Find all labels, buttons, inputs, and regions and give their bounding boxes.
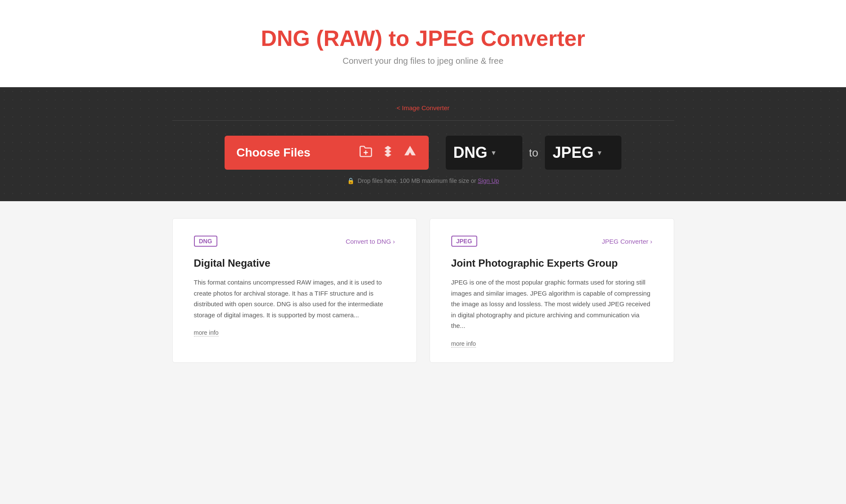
choose-files-label: Choose Files — [236, 146, 350, 159]
jpeg-more-info-link[interactable]: more info — [451, 340, 476, 347]
folder-icon — [359, 145, 373, 161]
choose-files-button[interactable]: Choose Files — [225, 136, 429, 170]
jpeg-info-card: JPEG JPEG Converter Joint Photographic E… — [430, 218, 674, 363]
info-cards-section: DNG Convert to DNG Digital Negative This… — [147, 201, 700, 380]
to-format-box[interactable]: JPEG ▾ — [545, 136, 621, 170]
dng-more-info-link[interactable]: more info — [194, 329, 219, 336]
drop-zone-text: 🔒 Drop files here. 100 MB maximum file s… — [172, 177, 674, 184]
jpeg-converter-link[interactable]: JPEG Converter — [602, 238, 652, 245]
google-drive-icon[interactable] — [403, 145, 417, 161]
from-format-chevron-icon: ▾ — [492, 148, 496, 157]
lock-icon: 🔒 — [347, 177, 354, 184]
converter-section: Image Converter Choose Files — [0, 87, 846, 201]
dng-card-description: This format contains uncompressed RAW im… — [194, 277, 395, 320]
dng-badge: DNG — [194, 236, 217, 247]
page-subtitle: Convert your dng files to jpeg online & … — [9, 56, 837, 66]
to-format-label: JPEG — [553, 144, 593, 162]
converter-controls: Choose Files — [172, 136, 674, 170]
dropzone-label: Drop files here. 100 MB maximum file siz… — [358, 177, 476, 184]
signup-link[interactable]: Sign Up — [478, 177, 499, 184]
page-title: DNG (RAW) to JPEG Converter — [9, 26, 837, 51]
to-label: to — [529, 146, 538, 159]
jpeg-card-title: Joint Photographic Experts Group — [451, 257, 652, 269]
page-container: DNG (RAW) to JPEG Converter Convert your… — [0, 0, 846, 380]
header-section: DNG (RAW) to JPEG Converter Convert your… — [0, 0, 846, 87]
jpeg-badge: JPEG — [451, 236, 477, 247]
breadcrumb-bar: Image Converter — [172, 104, 674, 121]
dropbox-icon[interactable] — [381, 145, 395, 161]
converter-inner: Image Converter Choose Files — [147, 104, 700, 184]
jpeg-card-header: JPEG JPEG Converter — [451, 236, 652, 247]
jpeg-card-description: JPEG is one of the most popular graphic … — [451, 277, 652, 331]
to-format-chevron-icon: ▾ — [598, 148, 601, 157]
dng-info-card: DNG Convert to DNG Digital Negative This… — [172, 218, 417, 363]
dng-card-header: DNG Convert to DNG — [194, 236, 395, 247]
format-selector: DNG ▾ to JPEG ▾ — [446, 136, 622, 170]
from-format-box[interactable]: DNG ▾ — [446, 136, 522, 170]
dng-card-title: Digital Negative — [194, 257, 395, 269]
convert-to-dng-link[interactable]: Convert to DNG — [346, 238, 395, 245]
breadcrumb-link[interactable]: Image Converter — [396, 104, 450, 111]
from-format-label: DNG — [453, 144, 487, 162]
